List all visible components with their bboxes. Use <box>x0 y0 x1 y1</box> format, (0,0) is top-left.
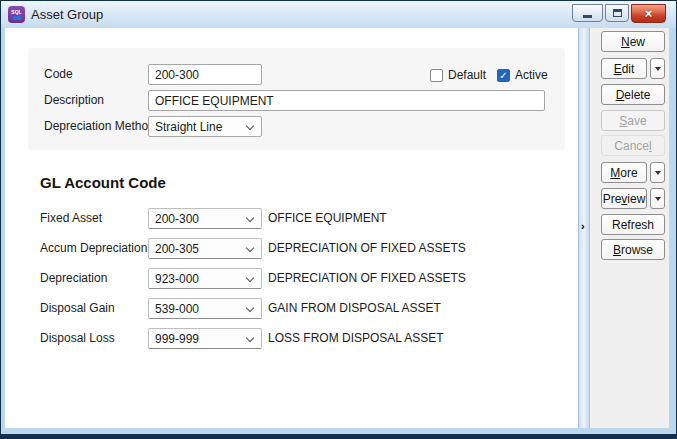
maximize-icon <box>613 9 622 17</box>
chevron-down-icon <box>246 274 254 282</box>
new-button[interactable]: New <box>601 31 665 52</box>
titlebar[interactable]: SQL Asset Group × <box>1 1 676 28</box>
window-controls: × <box>570 4 666 23</box>
sql-app-icon: SQL <box>8 6 25 23</box>
form-area: Code Default ✓ Active Description Deprec… <box>5 28 578 428</box>
chevron-down-icon <box>246 214 254 222</box>
gl-account-description: OFFICE EQUIPMENT <box>268 208 387 229</box>
more-dropdown-button[interactable] <box>650 162 665 183</box>
browse-button[interactable]: Browse <box>601 239 665 260</box>
chevron-down-icon <box>246 244 254 252</box>
description-label: Description <box>44 90 104 111</box>
gl-account-select[interactable]: 200-305 <box>148 238 262 259</box>
gl-account-select[interactable]: 999-999 <box>148 328 262 349</box>
gl-account-select[interactable]: 539-000 <box>148 298 262 319</box>
gl-account-select[interactable]: 200-300 <box>148 208 262 229</box>
gl-account-code-heading: GL Account Code <box>40 174 166 191</box>
gl-row-label: Disposal Gain <box>40 298 115 319</box>
gl-account-description: DEPRECIATION OF FIXED ASSETS <box>268 238 466 259</box>
edit-dropdown-button[interactable] <box>650 58 665 79</box>
cancel-button[interactable]: Cancel <box>601 135 665 156</box>
client-area: Code Default ✓ Active Description Deprec… <box>5 28 669 428</box>
preview-dropdown-button[interactable] <box>650 188 665 209</box>
description-input[interactable] <box>148 90 545 111</box>
gl-account-description: GAIN FROM DISPOSAL ASSET <box>268 298 441 319</box>
panel-collapse-splitter[interactable]: › <box>578 28 590 428</box>
dropdown-arrow-icon <box>655 171 661 175</box>
action-button-panel: NewEditDeleteSaveCancelMorePreviewRefres… <box>590 28 669 428</box>
more-button[interactable]: More <box>601 162 647 183</box>
gl-account-select[interactable]: 923-000 <box>148 268 262 289</box>
gl-account-description: DEPRECIATION OF FIXED ASSETS <box>268 268 466 289</box>
active-checkbox[interactable]: ✓ Active <box>497 68 548 82</box>
preview-button[interactable]: Preview <box>601 188 647 209</box>
delete-button[interactable]: Delete <box>601 84 665 105</box>
default-checkbox-box[interactable] <box>430 69 443 82</box>
maximize-button[interactable] <box>605 4 629 22</box>
depreciation-method-label: Depreciation Method <box>44 116 155 137</box>
active-checkbox-label: Active <box>515 68 548 82</box>
save-button[interactable]: Save <box>601 110 665 131</box>
asset-group-window: SQL Asset Group × Code Default ✓ Active <box>0 0 677 439</box>
minimize-icon <box>583 15 592 18</box>
close-button[interactable]: × <box>631 4 666 23</box>
gl-row-label: Disposal Loss <box>40 328 115 349</box>
gl-row-label: Fixed Asset <box>40 208 102 229</box>
minimize-button[interactable] <box>572 4 603 22</box>
window-title: Asset Group <box>31 7 103 22</box>
chevron-down-icon <box>246 334 254 342</box>
close-icon: × <box>645 5 653 22</box>
edit-button[interactable]: Edit <box>601 58 647 79</box>
chevron-down-icon <box>246 304 254 312</box>
dropdown-arrow-icon <box>655 197 661 201</box>
code-input[interactable] <box>148 64 262 85</box>
depreciation-method-select[interactable]: Straight Line <box>148 116 262 137</box>
gl-row-label: Depreciation <box>40 268 107 289</box>
dropdown-arrow-icon <box>655 67 661 71</box>
gl-row-label: Accum Depreciation <box>40 238 147 259</box>
collapse-chevron-icon: › <box>581 220 585 232</box>
code-label: Code <box>44 64 73 85</box>
gl-account-description: LOSS FROM DISPOSAL ASSET <box>268 328 444 349</box>
chevron-down-icon <box>246 122 254 130</box>
default-checkbox[interactable]: Default <box>430 68 486 82</box>
active-checkbox-box[interactable]: ✓ <box>497 69 510 82</box>
refresh-button[interactable]: Refresh <box>601 214 665 235</box>
default-checkbox-label: Default <box>448 68 486 82</box>
